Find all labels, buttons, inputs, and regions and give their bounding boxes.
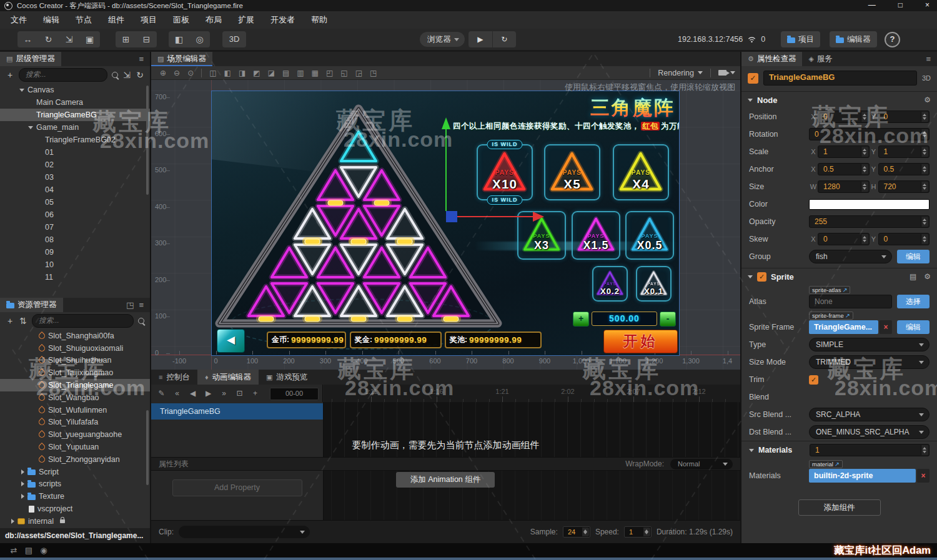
open-editor-button[interactable]: 编辑器: [830, 31, 877, 47]
open-window-icon[interactable]: ⊡: [232, 389, 247, 398]
menu-item-10[interactable]: 帮助: [303, 14, 335, 26]
scene-viewport[interactable]: 使用鼠标右键平移视窗焦点，使用滚轮缩放视图 PAYSX10IS WILDIS W…: [151, 80, 740, 370]
track-row[interactable]: TriangleGameBG: [151, 403, 323, 420]
align-icon-11[interactable]: ◲: [352, 69, 366, 77]
help-button[interactable]: ?: [885, 32, 900, 47]
timeline-ruler[interactable]: 1:111:161:212:022:072:12: [324, 385, 740, 402]
sprite-section-header[interactable]: ✓ Sprite ▤⚙: [741, 268, 937, 285]
clear-sprite-frame-button[interactable]: ×: [880, 320, 892, 334]
hierarchy-node-07[interactable]: 07: [0, 221, 150, 233]
spinner[interactable]: [861, 234, 868, 244]
add-component-button[interactable]: 添加组件: [798, 499, 881, 516]
hierarchy-node-10[interactable]: 10: [0, 258, 150, 271]
database-icon[interactable]: ▤: [21, 546, 36, 555]
menu-item-7[interactable]: 布局: [197, 14, 230, 26]
asset-item-slot-wangbao[interactable]: Slot_Wangbao: [0, 391, 150, 404]
refresh-button[interactable]: ↻: [493, 31, 517, 47]
asset-item-slot-yuputuan[interactable]: Slot_Yuputuan: [0, 441, 150, 453]
expand-arrow[interactable]: [11, 519, 14, 524]
asset-item-slot-yueguangbaohe[interactable]: Slot_yueguangbaohe: [0, 428, 150, 441]
add-property-button[interactable]: Add Property: [172, 479, 302, 496]
zoom-in-icon[interactable]: ⊕: [156, 69, 170, 77]
start-spin-button[interactable]: 开始: [603, 330, 678, 353]
align-icon-1[interactable]: ◫: [206, 69, 220, 77]
3d-toggle-button[interactable]: 3D: [222, 31, 246, 47]
search-icon[interactable]: [138, 318, 144, 324]
group-edit-button[interactable]: 编辑: [897, 250, 930, 263]
menu-item-2[interactable]: 编辑: [35, 14, 67, 26]
dst-blend-dropdown[interactable]: ONE_MINUS_SRC_ALPHA: [809, 425, 930, 439]
sample-input[interactable]: 24: [563, 526, 590, 538]
asset-item-slot-taijixiongmao[interactable]: Slot_Taijixiongmao: [0, 366, 150, 379]
refresh-icon[interactable]: ↻: [136, 70, 144, 80]
align-icon-7[interactable]: ▥: [293, 69, 307, 77]
hierarchy-node-triangleframebg02[interactable]: TriangleFrameBG02: [0, 134, 150, 146]
opacity-field[interactable]: 255: [809, 215, 930, 228]
collapse-arrow-icon[interactable]: [748, 275, 753, 278]
align-icon-10[interactable]: ◱: [337, 69, 351, 77]
preview-browser-dropdown[interactable]: 浏览器: [420, 32, 465, 47]
bet-increase-button[interactable]: +: [573, 312, 589, 327]
tab-console[interactable]: ≡控制台: [151, 370, 197, 385]
tab-animation-editor[interactable]: ♦动画编辑器: [197, 370, 259, 385]
scale-x-field[interactable]: 1: [818, 145, 870, 158]
node-active-checkbox[interactable]: ✓: [748, 73, 758, 84]
trim-checkbox[interactable]: ✓: [809, 375, 818, 385]
asset-item-slot-trianglegame[interactable]: Slot_Trianglegame: [0, 379, 150, 391]
prev-frame-icon[interactable]: ◀: [185, 389, 201, 398]
src-blend-dropdown[interactable]: SRC_ALPHA: [809, 408, 930, 421]
type-dropdown[interactable]: SIMPLE: [809, 338, 930, 351]
next-frame-icon[interactable]: »: [216, 389, 232, 398]
atlas-field[interactable]: None: [809, 295, 892, 308]
spinner[interactable]: [861, 182, 868, 192]
align-icon-4[interactable]: ◩: [249, 69, 264, 77]
maximize-button[interactable]: □: [898, 1, 903, 9]
popout-icon[interactable]: ◳: [126, 300, 134, 310]
tab-game-preview[interactable]: ▣游戏预览: [259, 370, 315, 385]
menu-item-3[interactable]: 节点: [67, 14, 100, 26]
menu-item-8[interactable]: 扩展: [230, 14, 262, 26]
panel-menu-icon[interactable]: ≡: [139, 300, 144, 310]
rotate-tool-icon[interactable]: ↻: [38, 31, 59, 47]
spinner[interactable]: [921, 112, 928, 122]
spinner[interactable]: [582, 528, 589, 536]
sync-icon[interactable]: ⇄: [6, 546, 21, 555]
atlas-select-button[interactable]: 选择: [897, 295, 930, 308]
docs-icon[interactable]: ▤: [910, 272, 916, 281]
asset-item-slot-shanghai00fa[interactable]: Slot_Shanghai00fa: [0, 330, 150, 342]
spinner[interactable]: [921, 129, 928, 139]
asset-item-internal[interactable]: internal: [0, 515, 150, 528]
hierarchy-node-02[interactable]: 02: [0, 159, 150, 171]
size-mode-dropdown[interactable]: TRIMMED: [809, 355, 930, 369]
spinner[interactable]: [861, 164, 868, 174]
hierarchy-node-03[interactable]: 03: [0, 171, 150, 184]
material-field[interactable]: builtin-2d-sprite: [809, 469, 916, 483]
assets-scrollbar[interactable]: [146, 410, 149, 485]
menu-item-6[interactable]: 面板: [165, 14, 197, 26]
add-asset-button[interactable]: +: [6, 316, 14, 326]
asset-item-slot-zhongganyidan[interactable]: Slot_Zhongganyidan: [0, 453, 150, 466]
spinner[interactable]: [921, 234, 928, 244]
edit-keyframe-icon[interactable]: ✎: [154, 389, 169, 398]
back-button[interactable]: ◀: [217, 329, 245, 353]
anchor-center-icon[interactable]: ⊟: [136, 31, 157, 47]
expand-arrow[interactable]: [21, 494, 24, 499]
asset-item-slot-shuihuzhuan[interactable]: Slot_Shuihuzhuan: [0, 355, 150, 367]
skew-y-field[interactable]: 0: [878, 233, 930, 245]
node-name-input[interactable]: TriangleGameBG: [763, 71, 917, 86]
sort-icon[interactable]: ⇅: [19, 316, 27, 326]
hierarchy-node-06[interactable]: 06: [0, 209, 150, 221]
bet-decrease-button[interactable]: -: [660, 312, 676, 327]
close-button[interactable]: ×: [925, 1, 930, 9]
sprite-frame-edit-button[interactable]: 编辑: [897, 320, 930, 334]
group-dropdown[interactable]: fish: [809, 250, 892, 263]
tab-hierarchy[interactable]: ▤层级管理器: [0, 52, 61, 66]
panel-menu-icon[interactable]: ≡: [926, 54, 931, 64]
hierarchy-node-trianglegamebg[interactable]: TriangleGameBG: [0, 109, 150, 121]
search-icon[interactable]: [112, 72, 118, 78]
locate-node-icon[interactable]: ⇲: [122, 70, 131, 80]
asset-item-scripts[interactable]: scripts: [0, 478, 150, 491]
minimize-button[interactable]: —: [868, 1, 876, 9]
align-icon-8[interactable]: ▦: [308, 69, 322, 77]
hierarchy-node-08[interactable]: 08: [0, 233, 150, 246]
